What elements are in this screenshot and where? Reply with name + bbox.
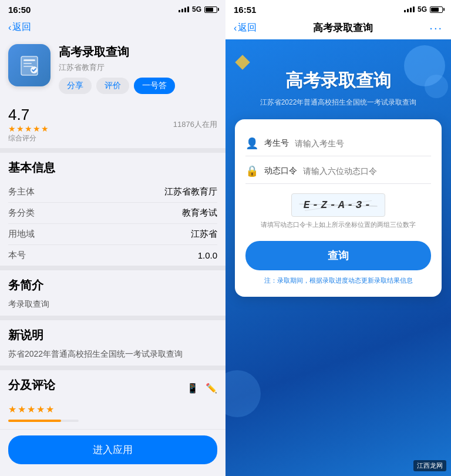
more-options-button[interactable]: ··· — [429, 21, 443, 35]
info-value-1: 教育考试 — [182, 207, 217, 219]
right-battery-icon — [430, 6, 443, 13]
captcha-row: E-Z-A-3- 请填写动态口令卡上如上所示坐标位置的两组三位数字 — [245, 186, 431, 232]
signal-bar-3 — [184, 8, 186, 12]
left-chevron-icon: ‹ — [8, 22, 11, 33]
info-value-0: 江苏省教育厅 — [164, 186, 217, 197]
info-label-2: 用地域 — [8, 229, 35, 240]
deco-diamond-icon — [235, 55, 250, 69]
update-note-section: 新说明 苏省2022年普通高校招生全国统一考试录取查询 — [0, 320, 226, 366]
id-input-row: 👤 考生号 — [245, 131, 431, 156]
review-button[interactable]: 评价 — [96, 78, 129, 94]
right-back-label: 返回 — [238, 22, 257, 34]
info-row-0: 务主体 江苏省教育厅 — [8, 182, 217, 203]
rating-section-title: 分及评论 — [8, 377, 55, 393]
right-signal-bars — [404, 6, 415, 12]
app-name: 高考录取查询 — [59, 44, 217, 60]
star-5: ★ — [46, 404, 54, 415]
id-input[interactable] — [295, 139, 431, 148]
left-app-header: 高考录取查询 江苏省教育厅 分享 评价 一号答 — [0, 38, 226, 101]
signal-bar-4 — [187, 6, 189, 12]
info-row-3: 本号 1.0.0 — [8, 245, 217, 266]
left-panel: 16:50 5G ‹ 返回 — [0, 0, 226, 476]
divider-thick-4 — [0, 366, 226, 370]
watermark: 江西龙网 — [413, 460, 446, 471]
rating-label: 综合评分 — [8, 133, 49, 143]
app-actions: 分享 评价 一号答 — [59, 78, 217, 94]
service-intro-section: 务简介 考录取查询 — [0, 270, 226, 316]
rating-stars-full: ★ ★ ★ ★ ★ — [8, 404, 217, 415]
signal-bar-1 — [179, 10, 180, 12]
share-button[interactable]: 分享 — [59, 78, 92, 94]
right-panel: 16:51 5G ‹ 返回 高考录取查询 ··· — [226, 0, 451, 476]
progress-bar-fill — [8, 420, 61, 422]
left-status-icons: 5G — [179, 5, 217, 14]
person-icon: 👤 — [245, 137, 258, 150]
divider-thick-3 — [0, 316, 226, 320]
progress-bar-container — [8, 420, 79, 422]
answer-button[interactable]: 一号答 — [134, 78, 175, 94]
right-signal-bar-2 — [407, 9, 409, 12]
right-status-icons: 5G — [404, 5, 443, 14]
rating-section-icons: 📱 ✏️ — [187, 383, 217, 394]
divider-thick-1 — [0, 148, 226, 153]
update-note-title: 新说明 — [8, 327, 217, 343]
edit-icon: ✏️ — [206, 383, 217, 394]
left-battery-fill — [206, 8, 213, 12]
app-info: 高考录取查询 江苏省教育厅 分享 评价 一号答 — [59, 44, 217, 94]
deco-circle-2 — [425, 75, 448, 98]
star-3: ★ — [27, 404, 35, 415]
signal-bar-2 — [181, 9, 183, 12]
app-content-area: 高考录取查询 江苏省2022年普通高校招生全国统一考试录取查询 👤 考生号 🔒 … — [226, 39, 451, 476]
left-back-button[interactable]: ‹ 返回 — [8, 21, 217, 33]
pwd-field-label: 动态口令 — [264, 166, 297, 176]
left-status-bar: 16:50 5G — [0, 0, 226, 19]
svg-rect-2 — [23, 63, 32, 64]
divider-thick-2 — [0, 266, 226, 270]
star-1: ★ — [8, 404, 16, 415]
star-2: ★ — [18, 404, 26, 415]
left-network-label: 5G — [192, 5, 201, 14]
captcha-hint: 请填写动态口令卡上如上所示坐标位置的两组三位数字 — [261, 220, 416, 229]
rating-section: 分及评论 📱 ✏️ ★ ★ ★ ★ ★ — [0, 370, 226, 422]
left-nav-bar: ‹ 返回 — [0, 19, 226, 38]
app-icon — [8, 44, 51, 86]
bottom-btn-area: 进入应用 — [0, 429, 226, 476]
right-status-bar: 16:51 5G — [226, 0, 451, 19]
service-intro-text: 考录取查询 — [8, 299, 217, 316]
star-4: ★ — [36, 404, 45, 415]
captcha-image[interactable]: E-Z-A-3- — [291, 193, 385, 217]
info-row-1: 务分类 教育考试 — [8, 203, 217, 224]
pwd-input[interactable] — [303, 166, 431, 176]
rating-row: 4.7 ★★★★★ 综合评分 11876人在用 — [0, 101, 226, 148]
right-chevron-icon: ‹ — [234, 23, 237, 33]
lock-icon: 🔒 — [245, 165, 258, 177]
pwd-input-row: 🔒 动态口令 — [245, 159, 431, 184]
right-nav-bar: ‹ 返回 高考录取查询 ··· — [226, 19, 451, 39]
info-label-1: 务分类 — [8, 207, 35, 219]
app-developer: 江苏省教育厅 — [59, 62, 217, 73]
rating-stars: ★★★★★ — [8, 124, 49, 133]
enter-app-button[interactable]: 进入应用 — [8, 435, 217, 464]
update-note-text: 苏省2022年普通高校招生全国统一考试录取查询 — [8, 349, 217, 366]
rating-section-header: 分及评论 📱 ✏️ — [8, 377, 217, 399]
deco-circle-3 — [226, 370, 261, 417]
query-button[interactable]: 查询 — [245, 241, 431, 270]
left-back-label: 返回 — [12, 21, 31, 33]
subtitle: 江苏省2022年普通高校招生全国统一考试录取查询 — [248, 98, 429, 108]
info-value-3: 1.0.0 — [198, 250, 217, 260]
phone-icon: 📱 — [187, 383, 198, 394]
right-battery-fill — [431, 8, 439, 12]
right-time: 16:51 — [234, 5, 256, 15]
user-count: 11876人在用 — [173, 119, 217, 130]
right-signal-bar-3 — [410, 8, 412, 12]
id-field-label: 考生号 — [264, 138, 289, 149]
service-intro-title: 务简介 — [8, 277, 217, 293]
right-network-label: 5G — [418, 5, 427, 14]
rating-left: 4.7 ★★★★★ 综合评分 — [8, 106, 49, 143]
right-back-button[interactable]: ‹ 返回 — [234, 22, 257, 34]
info-value-2: 江苏省 — [191, 229, 217, 240]
info-row-2: 用地域 江苏省 — [8, 224, 217, 245]
rating-number: 4.7 — [8, 106, 29, 123]
left-time: 16:50 — [8, 5, 31, 15]
captcha-text: E-Z-A-3- — [304, 199, 373, 211]
